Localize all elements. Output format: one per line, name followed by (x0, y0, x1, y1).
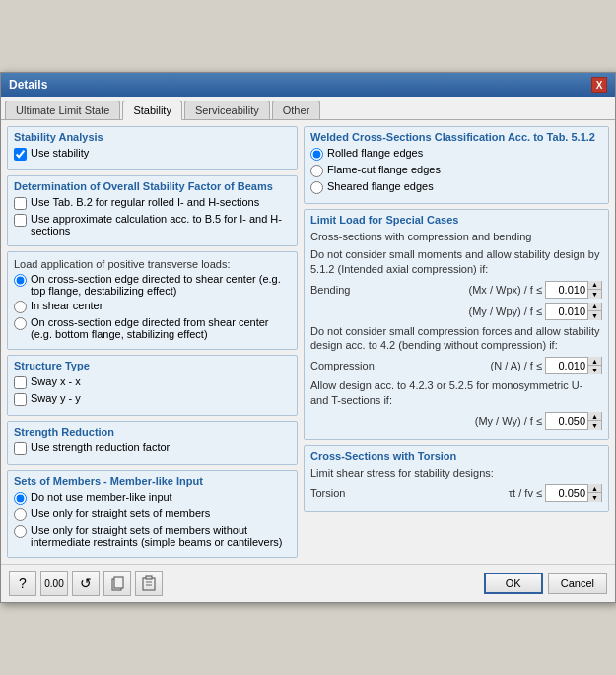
svg-rect-2 (143, 578, 155, 590)
copy-button[interactable] (103, 571, 131, 596)
my-row: (My / Wy) / f ≤ ▲ ▼ (310, 412, 602, 430)
my-up-btn[interactable]: ▲ (587, 412, 601, 421)
tab-serviceability[interactable]: Serviceability (184, 101, 270, 119)
limit-load-desc4: Allow design acc. to 4.2.3 or 5.2.5 for … (310, 378, 602, 407)
tab-other[interactable]: Other (272, 101, 321, 119)
close-button[interactable]: X (591, 77, 607, 93)
my-down-btn[interactable]: ▼ (587, 421, 601, 430)
wc-opt1-radio[interactable] (310, 148, 323, 161)
main-content: Stability Analysis Use stability Determi… (1, 120, 615, 564)
compression-row: Compression (N / A) / f ≤ ▲ ▼ (310, 357, 602, 374)
limit-load-title: Limit Load for Special Cases (310, 214, 602, 226)
wc-opt2-radio[interactable] (310, 165, 323, 177)
wc-opt1-row: Rolled flange edges (310, 147, 602, 161)
tab-stability[interactable]: Stability (122, 101, 182, 120)
bending-row: Bending (Mx / Wpx) / f ≤ ▲ ▼ (310, 281, 602, 299)
strength-reduction-section: Strength Reduction Use strength reductio… (7, 421, 298, 465)
bending-spinner-btns[interactable]: ▲ ▼ (587, 281, 601, 299)
torsion-up-btn[interactable]: ▲ (587, 484, 601, 493)
load-opt1-row: On cross-section edge directed to shear … (14, 273, 291, 297)
wc-opt3-radio[interactable] (310, 181, 323, 194)
torsion-desc: Limit shear stress for stability designs… (310, 466, 602, 480)
sway-xx-checkbox[interactable] (14, 376, 27, 389)
bending-y-down-btn[interactable]: ▼ (587, 311, 601, 320)
help-button[interactable]: ? (9, 571, 36, 596)
my-value[interactable] (546, 413, 587, 429)
bending-y-spinner-btns[interactable]: ▲ ▼ (587, 303, 601, 320)
tab-b2-checkbox[interactable] (14, 197, 27, 210)
compression-spinner-btns[interactable]: ▲ ▼ (587, 357, 601, 374)
load-application-section: Load application of positive transverse … (7, 251, 298, 350)
torsion-spinner[interactable]: ▲ ▼ (545, 484, 602, 502)
som-opt1-radio[interactable] (14, 492, 27, 505)
sway-yy-label: Sway y - y (31, 392, 81, 404)
torsion-section: Cross-Sections with Torsion Limit shear … (304, 445, 609, 512)
som-opt2-radio[interactable] (14, 508, 27, 521)
approx-calc-checkbox[interactable] (14, 214, 27, 227)
ok-button[interactable]: OK (484, 573, 543, 594)
use-strength-reduction-checkbox[interactable] (14, 442, 27, 455)
tab-ultimate[interactable]: Ultimate Limit State (5, 101, 120, 119)
structure-type-section: Structure Type Sway x - x Sway y - y (7, 355, 298, 416)
load-opt1-radio[interactable] (14, 274, 27, 287)
load-opt3-row: On cross-section edge directed from shea… (14, 316, 291, 340)
cancel-button[interactable]: Cancel (548, 573, 607, 594)
compression-spinner[interactable]: ▲ ▼ (545, 357, 602, 374)
use-stability-checkbox[interactable] (14, 148, 27, 161)
overall-stability-section: Determination of Overall Stability Facto… (7, 175, 298, 246)
load-opt2-row: In shear center (14, 300, 291, 313)
torsion-row: Torsion τt / fv ≤ ▲ ▼ (310, 484, 602, 502)
bending-up-btn[interactable]: ▲ (587, 281, 601, 290)
compression-formula: (N / A) / f ≤ (384, 360, 542, 371)
zero-button[interactable]: 0.00 (40, 571, 68, 596)
som-opt3-radio[interactable] (14, 525, 27, 538)
use-strength-reduction-row: Use strength reduction factor (14, 441, 291, 455)
torsion-label: Torsion (310, 487, 381, 499)
refresh-button[interactable]: ↺ (72, 571, 100, 596)
svg-rect-3 (146, 576, 152, 579)
bending-spinner[interactable]: ▲ ▼ (545, 281, 602, 299)
svg-rect-1 (114, 577, 123, 588)
torsion-title: Cross-Sections with Torsion (310, 450, 602, 462)
window-title: Details (9, 78, 47, 92)
torsion-formula: τt / fv ≤ (384, 487, 542, 499)
bending-y-value[interactable] (546, 304, 587, 319)
copy-icon (109, 575, 125, 591)
load-opt2-radio[interactable] (14, 301, 27, 313)
torsion-value[interactable] (546, 485, 587, 501)
wc-opt2-row: Flame-cut flange edges (310, 164, 602, 177)
wc-opt3-label: Sheared flange edges (327, 180, 434, 192)
bending-y-row: (My / Wpy) / f ≤ ▲ ▼ (310, 303, 602, 320)
bottom-bar: ? 0.00 ↺ OK Cancel (1, 564, 615, 602)
my-spinner[interactable]: ▲ ▼ (545, 412, 602, 430)
sway-yy-row: Sway y - y (14, 392, 291, 406)
compression-down-btn[interactable]: ▼ (587, 366, 601, 374)
my-formula: (My / Wy) / f ≤ (384, 415, 542, 427)
som-opt2-row: Use only for straight sets of members (14, 507, 291, 521)
bending-y-up-btn[interactable]: ▲ (587, 303, 601, 311)
overall-stability-title: Determination of Overall Stability Facto… (14, 180, 291, 192)
torsion-spinner-btns[interactable]: ▲ ▼ (587, 484, 601, 502)
som-opt3-label: Use only for straight sets of members wi… (31, 524, 291, 548)
torsion-down-btn[interactable]: ▼ (587, 493, 601, 502)
right-panel: Welded Cross-Sections Classification Acc… (304, 126, 609, 558)
load-opt3-label: On cross-section edge directed from shea… (31, 316, 291, 340)
compression-up-btn[interactable]: ▲ (587, 357, 601, 366)
details-window: Details X Ultimate Limit State Stability… (0, 72, 616, 603)
sway-xx-label: Sway x - x (31, 375, 81, 387)
som-opt1-label: Do not use member-like input (31, 491, 172, 503)
bending-value[interactable] (546, 282, 587, 298)
bending-y-formula: (My / Wpy) / f ≤ (384, 305, 542, 317)
sway-yy-checkbox[interactable] (14, 393, 27, 406)
bending-down-btn[interactable]: ▼ (587, 290, 601, 299)
bending-y-spinner[interactable]: ▲ ▼ (545, 303, 602, 320)
load-opt3-radio[interactable] (14, 317, 27, 330)
approx-calc-row: Use approximate calculation acc. to B.5 … (14, 213, 291, 236)
structure-type-title: Structure Type (14, 360, 291, 371)
compression-value[interactable] (546, 358, 587, 373)
sway-xx-row: Sway x - x (14, 375, 291, 389)
stability-analysis-section: Stability Analysis Use stability (7, 126, 298, 170)
paste-button[interactable] (135, 571, 163, 596)
my-spinner-btns[interactable]: ▲ ▼ (587, 412, 601, 430)
stability-analysis-title: Stability Analysis (14, 131, 291, 143)
